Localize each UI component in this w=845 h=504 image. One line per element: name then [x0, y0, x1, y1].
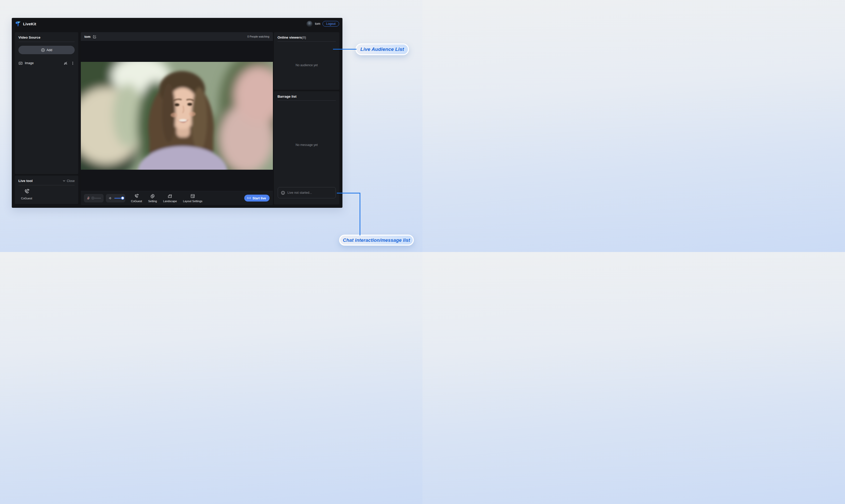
kebab-menu-icon[interactable] — [71, 61, 75, 65]
mic-muted-icon — [86, 196, 90, 200]
audience-callout: Live Audience List — [355, 43, 409, 55]
stage-topbar: tom 0 People watching — [81, 32, 273, 41]
speaker-icon — [108, 196, 112, 200]
volume-slider[interactable] — [114, 198, 123, 199]
live-tool-panel: Live tool Close CoGuest — [15, 176, 78, 204]
add-source-label: Add — [47, 48, 52, 52]
video-preview — [81, 41, 273, 191]
no-message-text: No message yet — [274, 143, 339, 147]
image-icon — [18, 61, 23, 66]
video-source-title: Video Source — [18, 36, 40, 39]
chat-message-input[interactable] — [287, 191, 333, 195]
coguest-icon — [23, 188, 30, 195]
live-tool-close-toggle[interactable]: Close — [63, 179, 75, 183]
divider — [278, 41, 336, 42]
brand: LiveKit — [15, 21, 36, 27]
chat-callout-label: Chat interaction/message list — [343, 237, 410, 243]
start-live-label: Start live — [252, 196, 266, 200]
chat-input-box[interactable] — [278, 187, 336, 198]
setting-label: Setting — [148, 200, 157, 203]
chat-connector-horizontal — [337, 193, 360, 194]
online-viewers-title: Online viewers — [278, 36, 302, 39]
logout-button[interactable]: Logout — [322, 21, 339, 26]
landscape-icon — [167, 194, 173, 199]
source-item-label: Image — [25, 61, 64, 65]
livekit-logo-icon — [15, 21, 21, 27]
broadcast-icon — [247, 196, 251, 200]
barrage-title: Barrage list — [278, 94, 296, 98]
mic-control[interactable] — [84, 194, 104, 202]
online-viewers-count: (0) — [302, 36, 306, 39]
video-still — [81, 62, 273, 170]
plus-circle-icon — [41, 48, 45, 52]
chevron-down-icon — [63, 179, 66, 182]
mirror-off-icon[interactable] — [64, 61, 68, 66]
app-window: LiveKit tom Logout Video Source Add Imag… — [12, 18, 342, 208]
stage-controls-bar: CoGuest Setting Landscape — [81, 191, 273, 205]
mic-slider-knob[interactable] — [91, 197, 95, 200]
live-tool-close-label: Close — [67, 179, 75, 183]
coguest-label: CoGuest — [131, 200, 142, 203]
volume-slider-knob[interactable] — [121, 197, 124, 200]
chat-connector-vertical — [359, 193, 360, 235]
app-header: LiveKit tom Logout — [12, 18, 342, 30]
mic-slider[interactable] — [92, 198, 101, 199]
layout-settings-label: Layout Settings — [183, 200, 203, 203]
landscape-button[interactable]: Landscape — [163, 194, 177, 203]
coguest-icon — [134, 194, 139, 199]
brand-name: LiveKit — [23, 22, 36, 26]
gear-icon — [150, 194, 155, 199]
layout-icon — [190, 194, 195, 199]
emoji-icon[interactable] — [281, 191, 285, 195]
stage-area: tom 0 People watching — [81, 32, 273, 205]
coguest-tool-label: CoGuest — [20, 197, 33, 200]
divider — [18, 185, 75, 185]
edit-name-icon[interactable] — [92, 35, 96, 39]
layout-settings-button[interactable]: Layout Settings — [183, 194, 203, 203]
chat-callout: Chat interaction/message list — [339, 235, 414, 246]
no-audience-text: No audience yet — [274, 64, 339, 67]
start-live-button[interactable]: Start live — [244, 195, 269, 202]
streamer-name: tom — [84, 35, 90, 39]
video-source-panel: Video Source Add Image — [15, 32, 78, 174]
add-source-button[interactable]: Add — [18, 46, 75, 54]
volume-control[interactable] — [106, 194, 125, 202]
coguest-tool-button[interactable]: CoGuest — [20, 188, 33, 200]
header-username: tom — [315, 22, 320, 25]
landscape-label: Landscape — [163, 200, 177, 203]
user-avatar[interactable] — [306, 21, 313, 27]
barrage-panel: Barrage list No message yet — [274, 91, 339, 204]
source-item-image[interactable]: Image — [16, 59, 77, 67]
watching-count: 0 People watching — [247, 35, 269, 38]
coguest-button[interactable]: CoGuest — [131, 194, 142, 203]
setting-button[interactable]: Setting — [148, 194, 157, 203]
live-tool-title: Live tool — [18, 179, 33, 183]
audience-callout-label: Live Audience List — [360, 47, 404, 52]
online-viewers-panel: Online viewers(0) No audience yet — [274, 32, 339, 90]
audience-connector-line — [333, 49, 356, 50]
